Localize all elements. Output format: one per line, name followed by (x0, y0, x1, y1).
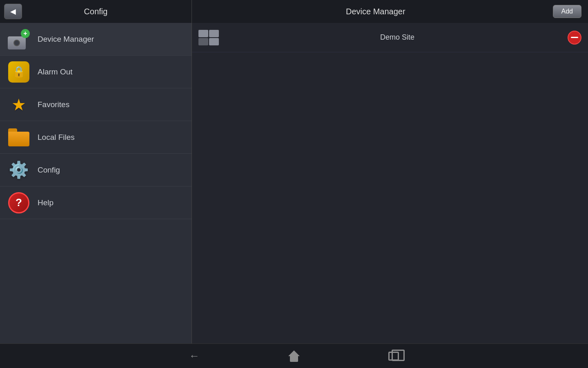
nav-back-button[interactable] (185, 347, 203, 365)
grid-cell-1 (198, 30, 208, 37)
device-grid-icon (198, 30, 219, 45)
nav-back-icon (189, 350, 200, 362)
device-manager-icon: + (7, 27, 31, 52)
sidebar-item-config-label: Config (38, 166, 60, 175)
nav-home-button[interactable] (285, 347, 303, 365)
help-icon: ? (7, 191, 31, 215)
folder-icon-graphic (8, 128, 29, 146)
device-manager-icon-graphic: + (8, 29, 30, 49)
left-panel-title: Config (84, 7, 108, 16)
right-panel-title: Device Manager (198, 7, 553, 16)
top-bar-right: Device Manager Add (192, 0, 588, 23)
cam-lens (13, 40, 20, 46)
right-panel: Demo Site (192, 23, 588, 343)
nav-recents-button[interactable] (385, 347, 403, 365)
add-button[interactable]: Add (553, 5, 581, 18)
top-bar-left: Config (0, 0, 192, 23)
grid-cell-4 (209, 38, 219, 45)
remove-device-button[interactable] (568, 31, 581, 45)
favorites-icon-graphic: ★ (8, 94, 29, 115)
sidebar-item-alarm-out-label: Alarm Out (38, 67, 73, 76)
sidebar-item-local-files[interactable]: Local Files (0, 121, 192, 154)
folder-body (8, 132, 29, 146)
sidebar: + Device Manager 🔒 Alarm Out ★ Favorites (0, 23, 192, 343)
config-icon-graphic: ⚙️ (8, 159, 29, 181)
sidebar-item-help[interactable]: ? Help (0, 186, 192, 219)
alarm-icon-graphic: 🔒 (8, 61, 29, 83)
back-button[interactable] (4, 4, 22, 19)
favorites-icon: ★ (7, 92, 31, 117)
sidebar-item-alarm-out[interactable]: 🔒 Alarm Out (0, 56, 192, 88)
alarm-icon: 🔒 (7, 60, 31, 84)
sidebar-item-favorites[interactable]: ★ Favorites (0, 88, 192, 121)
plus-badge: + (21, 29, 30, 38)
help-icon-graphic: ? (8, 192, 29, 213)
sidebar-item-local-files-label: Local Files (38, 133, 75, 142)
folder-icon (7, 125, 31, 150)
sidebar-item-device-manager-label: Device Manager (38, 35, 94, 44)
bottom-nav (0, 343, 588, 368)
config-icon: ⚙️ (7, 158, 31, 182)
device-name: Demo Site (227, 33, 568, 42)
device-list-item[interactable]: Demo Site (192, 23, 588, 52)
grid-cell-2 (209, 30, 219, 37)
grid-cell-3 (198, 38, 208, 45)
main-content: + Device Manager 🔒 Alarm Out ★ Favorites (0, 23, 588, 343)
sidebar-item-favorites-label: Favorites (38, 100, 69, 109)
sidebar-item-device-manager[interactable]: + Device Manager (0, 23, 192, 56)
sidebar-item-help-label: Help (38, 198, 53, 207)
nav-home-icon (288, 350, 300, 362)
top-bar: Config Device Manager Add (0, 0, 588, 23)
nav-recents-icon (388, 352, 399, 361)
sidebar-item-config[interactable]: ⚙️ Config (0, 154, 192, 186)
